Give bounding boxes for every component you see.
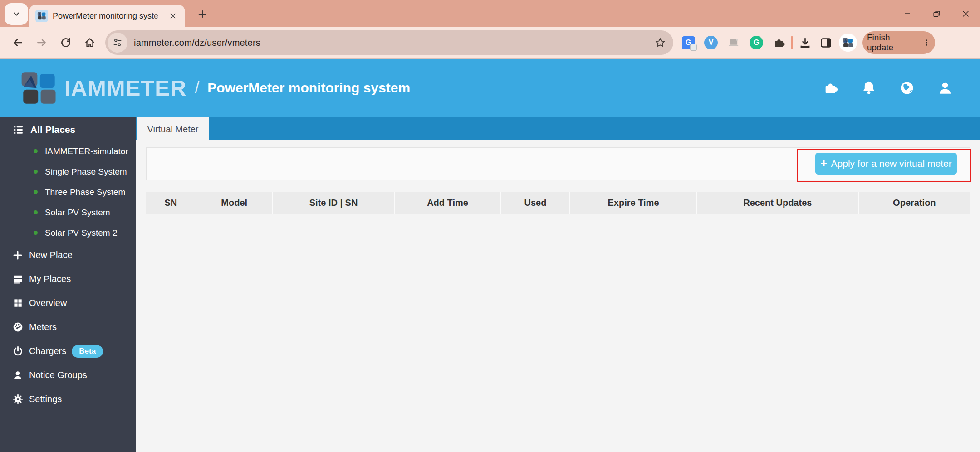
stack-icon xyxy=(12,273,24,285)
account-button[interactable] xyxy=(937,80,953,96)
browser-tab-active[interactable]: PowerMeter monitoring syste xyxy=(29,5,185,27)
browser-profile-avatar[interactable] xyxy=(839,34,857,52)
language-button[interactable] xyxy=(899,80,915,96)
online-dot-icon xyxy=(34,190,38,194)
window-restore-button[interactable] xyxy=(922,0,951,27)
column-header-add-time: Add Time xyxy=(395,192,501,214)
side-panel-icon xyxy=(820,37,832,49)
sidebar-item-meters[interactable]: Meters xyxy=(0,315,136,339)
sidebar-place-solar-pv-system-2[interactable]: Solar PV System 2 xyxy=(0,223,136,243)
sidebar-item-my-places[interactable]: My Places xyxy=(0,267,136,291)
content-tab-strip: Virtual Meter xyxy=(136,117,980,140)
bell-icon xyxy=(861,80,877,96)
user-icon xyxy=(12,370,23,381)
sidebar-item-label: All Places xyxy=(30,124,75,135)
browser-toolbar: iammeter.com/dz/user/vmeters G V G Finis… xyxy=(0,27,980,59)
header-actions xyxy=(823,80,953,96)
site-info-button[interactable] xyxy=(108,33,127,53)
extensions-button[interactable] xyxy=(771,35,787,50)
back-arrow-icon xyxy=(12,37,24,49)
reload-button[interactable] xyxy=(54,31,78,54)
sidebar-item-all-places[interactable]: All Places xyxy=(0,120,136,139)
side-panel-button[interactable] xyxy=(818,35,833,50)
column-header-used: Used xyxy=(501,192,571,214)
page-title: PowerMeter monitoring system xyxy=(207,80,410,96)
notifications-button[interactable] xyxy=(861,80,877,96)
translate-icon: G xyxy=(682,36,695,49)
tune-icon xyxy=(113,38,122,48)
new-tab-button[interactable] xyxy=(194,6,211,22)
tab-close-icon[interactable] xyxy=(167,10,179,22)
tab-virtual-meter[interactable]: Virtual Meter xyxy=(137,117,209,142)
puzzle-icon xyxy=(773,37,785,49)
online-dot-icon xyxy=(34,170,38,174)
table-body-empty xyxy=(136,214,980,452)
forward-button[interactable] xyxy=(29,31,54,54)
browser-tab-bar: PowerMeter monitoring syste xyxy=(0,0,980,27)
finish-update-label: Finish update xyxy=(867,33,919,53)
sidebar-item-notice-groups[interactable]: Notice Groups xyxy=(0,363,136,387)
sidebar-item-chargers[interactable]: Chargers Beta xyxy=(0,339,136,363)
tab-list-chevron-button[interactable] xyxy=(5,3,28,25)
sidebar: All Places IAMMETER-simulator Single Pha… xyxy=(0,117,136,452)
column-header-model: Model xyxy=(196,192,273,214)
iammeter-logo-icon xyxy=(20,69,58,107)
star-icon xyxy=(654,37,666,49)
translate-extension-button[interactable]: G xyxy=(681,35,696,50)
column-header-site-id-sn: Site ID | SN xyxy=(273,192,395,214)
list-icon xyxy=(13,124,24,136)
brand-name: IAMMETER xyxy=(64,75,186,101)
beta-badge: Beta xyxy=(72,345,103,358)
grid-icon xyxy=(13,298,23,308)
plus-icon xyxy=(197,9,207,19)
globe-icon xyxy=(899,80,915,96)
bookmark-star-button[interactable] xyxy=(654,37,666,49)
column-header-expire-time: Expire Time xyxy=(570,192,697,214)
window-minimize-button[interactable] xyxy=(893,0,922,27)
main-content: Virtual Meter + Apply for a new virtual … xyxy=(136,117,980,452)
puzzle-icon xyxy=(823,80,838,96)
sidebar-item-new-place[interactable]: New Place xyxy=(0,243,136,267)
column-header-sn: SN xyxy=(146,192,196,214)
kebab-menu-icon[interactable] xyxy=(922,39,931,47)
extensions-row: G V G xyxy=(681,35,787,50)
place-label: Three Phase System xyxy=(45,187,125,197)
power-icon xyxy=(12,345,24,357)
toolbar-divider xyxy=(791,36,793,49)
capture-extension-button[interactable] xyxy=(726,35,741,50)
home-button[interactable] xyxy=(78,31,102,54)
downloads-button[interactable] xyxy=(797,35,813,50)
sidebar-place-three-phase-system[interactable]: Three Phase System xyxy=(0,182,136,202)
window-controls xyxy=(893,0,980,27)
avatar-logo-icon xyxy=(843,37,853,48)
url-text[interactable]: iammeter.com/dz/user/vmeters xyxy=(134,38,260,48)
sidebar-place-solar-pv-system[interactable]: Solar PV System xyxy=(0,202,136,223)
grammarly-extension-button[interactable]: G xyxy=(749,35,764,50)
sidebar-place-iammeter-simulator[interactable]: IAMMETER-simulator xyxy=(0,141,136,161)
column-header-recent-updates: Recent Updates xyxy=(697,192,859,214)
chevron-down-icon xyxy=(12,10,21,19)
integrations-button[interactable] xyxy=(823,80,838,96)
sidebar-place-single-phase-system[interactable]: Single Phase System xyxy=(0,161,136,182)
tab-title: PowerMeter monitoring syste xyxy=(53,11,167,21)
sidebar-item-settings[interactable]: Settings xyxy=(0,387,136,411)
site-header: IAMMETER / PowerMeter monitoring system xyxy=(0,59,980,117)
column-header-operation: Operation xyxy=(859,192,970,214)
actions-panel: + Apply for a new virtual meter xyxy=(146,147,970,180)
finish-update-button[interactable]: Finish update xyxy=(862,31,935,54)
virtual-meter-table-header: SN Model Site ID | SN Add Time Used Expi… xyxy=(146,192,970,214)
forward-arrow-icon xyxy=(36,37,48,49)
apply-new-virtual-meter-button[interactable]: + Apply for a new virtual meter xyxy=(815,153,957,175)
place-label: Solar PV System xyxy=(45,208,110,218)
grammarly-icon: G xyxy=(750,36,763,49)
url-bar[interactable]: iammeter.com/dz/user/vmeters xyxy=(105,30,673,55)
reload-icon xyxy=(60,37,72,49)
places-list: IAMMETER-simulator Single Phase System T… xyxy=(0,141,136,243)
v-extension-button[interactable]: V xyxy=(703,35,719,50)
online-dot-icon xyxy=(34,231,38,235)
gauge-icon xyxy=(12,321,24,333)
sidebar-item-overview[interactable]: Overview xyxy=(0,291,136,315)
back-button[interactable] xyxy=(5,31,29,54)
restore-icon xyxy=(932,10,941,18)
window-close-button[interactable] xyxy=(951,0,980,27)
